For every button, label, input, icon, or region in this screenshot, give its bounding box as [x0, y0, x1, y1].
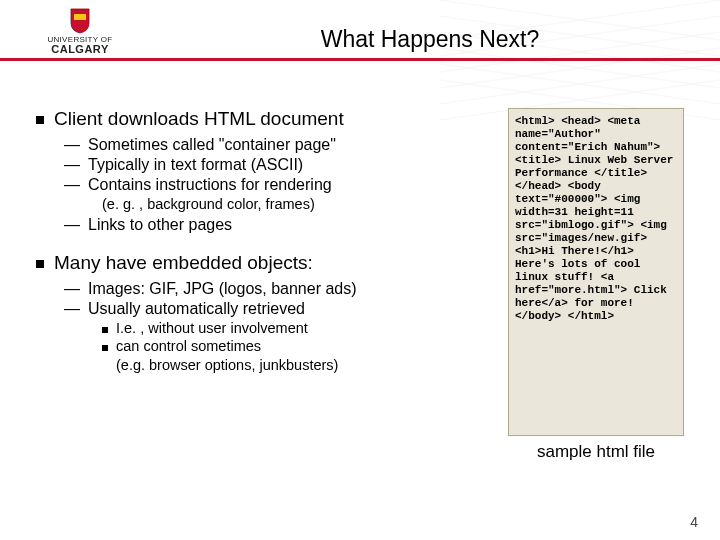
- code-sample-box: <html> <head> <meta name="Author" conten…: [508, 108, 684, 436]
- section1-sub3-note: (e. g. , background color, frames): [102, 196, 490, 212]
- page-number: 4: [690, 514, 698, 530]
- svg-line-10: [440, 64, 720, 104]
- code-caption: sample html file: [508, 442, 684, 462]
- section2-sub1: Images: GIF, JPG (logos, banner ads): [88, 280, 357, 298]
- square-bullet-small-icon: [102, 327, 108, 333]
- sub-bullet: — Sometimes called "container page": [64, 136, 490, 154]
- section1-heading: Client downloads HTML document: [54, 108, 344, 130]
- dash-icon: —: [64, 176, 80, 194]
- svg-rect-13: [74, 12, 86, 14]
- square-bullet-small-icon: [102, 345, 108, 351]
- square-bullet-icon: [36, 116, 44, 124]
- svg-line-4: [440, 64, 720, 104]
- dash-icon: —: [64, 136, 80, 154]
- dash-icon: —: [64, 300, 80, 318]
- bullet-section-2: Many have embedded objects:: [36, 252, 490, 274]
- section2-sub2a: I.e. , without user involvement: [116, 320, 308, 336]
- section2-sub2b-note: (e.g. browser options, junkbusters): [116, 356, 490, 374]
- section1-sub4: Links to other pages: [88, 216, 232, 234]
- section1-sub2: Typically in text format (ASCII): [88, 156, 303, 174]
- section1-sub1: Sometimes called "container page": [88, 136, 336, 154]
- header-divider: [0, 58, 720, 61]
- sub-bullet: — Contains instructions for rendering: [64, 176, 490, 194]
- sub-bullet: — Typically in text format (ASCII): [64, 156, 490, 174]
- sub-sub-bullet: can control sometimes: [102, 338, 490, 354]
- section1-sub3: Contains instructions for rendering: [88, 176, 332, 194]
- section2-sub2b: can control sometimes: [116, 338, 261, 354]
- main-content: Client downloads HTML document — Sometim…: [36, 108, 490, 462]
- sub-bullet: — Images: GIF, JPG (logos, banner ads): [64, 280, 490, 298]
- sub-sub-bullet: I.e. , without user involvement: [102, 320, 490, 336]
- section2-heading: Many have embedded objects:: [54, 252, 313, 274]
- dash-icon: —: [64, 216, 80, 234]
- square-bullet-icon: [36, 260, 44, 268]
- dash-icon: —: [64, 156, 80, 174]
- sub-bullet: — Links to other pages: [64, 216, 490, 234]
- section2-sub2: Usually automatically retrieved: [88, 300, 305, 318]
- slide-title: What Happens Next?: [321, 26, 540, 53]
- bullet-section-1: Client downloads HTML document: [36, 108, 490, 130]
- sub-bullet: — Usually automatically retrieved: [64, 300, 490, 318]
- dash-icon: —: [64, 280, 80, 298]
